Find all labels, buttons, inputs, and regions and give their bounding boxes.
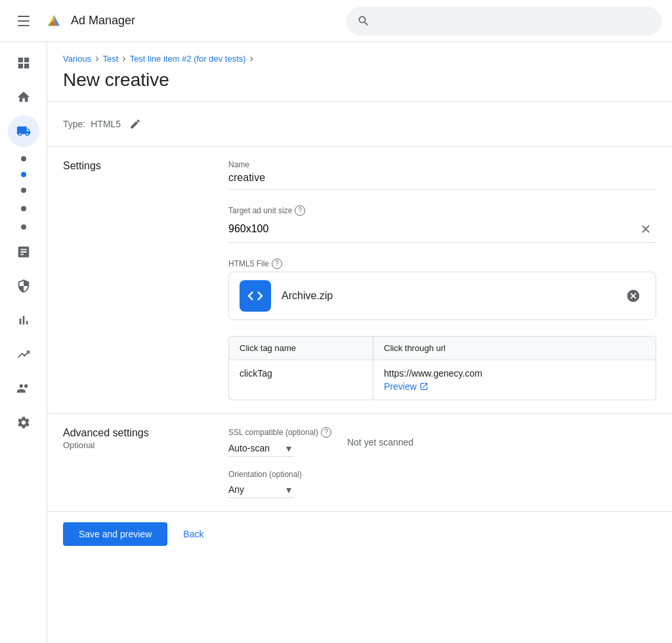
name-field: Name creative [228, 160, 656, 190]
target-ad-unit-size-label: Target ad unit size ? [228, 205, 656, 216]
footer-bar: Save and preview Back [47, 511, 672, 556]
sidebar-icon-home[interactable] [8, 81, 39, 113]
remove-file-button[interactable] [621, 284, 645, 308]
preview-link[interactable]: Preview [384, 381, 482, 392]
settings-layout: Settings Name creative Target ad unit si… [63, 160, 656, 400]
click-through-url-value: https://www.genecy.com [384, 368, 482, 379]
adv-label-col: Advanced settings Optional [63, 427, 207, 498]
sidebar-dot-4 [21, 224, 26, 230]
ssl-help-icon[interactable]: ? [321, 427, 331, 438]
breadcrumb-test[interactable]: Test [102, 54, 118, 64]
orientation-label: Orientation (optional) [228, 470, 656, 479]
sidebar-dot-active [21, 172, 26, 177]
adv-settings-layout: Advanced settings Optional SSL compatibl… [63, 427, 656, 498]
ssl-label: SSL compatible (optional) ? [228, 427, 331, 438]
main-area: Various › Test › Test line item #2 (for … [0, 42, 672, 643]
name-value: creative [228, 172, 656, 190]
ssl-select-wrapper: Auto-scan Yes No ▾ [228, 440, 294, 457]
top-bar: Ad Manager [0, 0, 672, 42]
back-button[interactable]: Back [178, 522, 209, 546]
settings-section: Settings Name creative Target ad unit si… [47, 146, 672, 413]
page-title: New creative [47, 67, 672, 101]
clear-ad-unit-size-button[interactable] [635, 218, 656, 239]
menu-button[interactable] [10, 8, 37, 34]
orientation-field: Orientation (optional) Any Landscape Por… [228, 470, 656, 498]
preview-label: Preview [384, 381, 417, 392]
remove-file-icon [626, 289, 640, 303]
app-name: Ad Manager [71, 14, 135, 28]
target-ad-unit-size-input-row [228, 218, 656, 243]
click-tag-row: clickTag https://www.genecy.com Preview [229, 360, 656, 400]
breadcrumb-sep-2: › [122, 52, 125, 64]
ssl-status: Not yet scanned [347, 437, 413, 447]
edit-icon [129, 118, 141, 130]
html5-file-field: HTML5 File ? Archive.zip [228, 259, 656, 320]
target-ad-unit-size-input[interactable] [228, 223, 635, 235]
settings-form: Name creative Target ad unit size ? [228, 160, 656, 400]
breadcrumb-sep-1: › [95, 52, 98, 64]
file-upload-box[interactable]: Archive.zip [228, 272, 656, 320]
click-through-url-cell: https://www.genecy.com Preview [373, 360, 493, 400]
sidebar-icon-delivery[interactable] [8, 115, 39, 147]
sidebar-icon-trending[interactable] [8, 339, 39, 370]
breadcrumb-sep-3: › [250, 52, 253, 64]
target-ad-unit-size-help-icon[interactable]: ? [295, 205, 305, 216]
sidebar [0, 42, 47, 643]
search-icon [357, 14, 370, 28]
adv-form: SSL compatible (optional) ? Auto-scan Ye… [228, 427, 656, 498]
sidebar-dot-1 [21, 156, 26, 161]
ssl-field: SSL compatible (optional) ? Auto-scan Ye… [228, 427, 331, 457]
save-and-preview-button[interactable]: Save and preview [63, 522, 167, 546]
search-bar[interactable] [346, 7, 662, 35]
name-label: Name [228, 160, 656, 169]
sidebar-icon-shield[interactable] [8, 270, 39, 302]
type-value: HTML5 [91, 119, 121, 129]
file-type-icon [240, 280, 271, 312]
sidebar-dot-3 [21, 206, 26, 211]
ssl-field-row: SSL compatible (optional) ? Auto-scan Ye… [228, 427, 656, 457]
breadcrumb-various[interactable]: Various [63, 54, 91, 64]
breadcrumb-line-item[interactable]: Test line item #2 (for dev tests) [130, 54, 246, 64]
settings-title: Settings [63, 160, 207, 172]
advanced-settings-section: Advanced settings Optional SSL compatibl… [47, 413, 672, 511]
type-row: Type: HTML5 [63, 115, 656, 133]
logo-icon [42, 9, 66, 33]
sidebar-icon-grid[interactable] [8, 47, 39, 79]
close-icon [639, 222, 652, 236]
orientation-select[interactable]: Any Landscape Portrait [228, 482, 294, 498]
sidebar-dot-2 [21, 188, 26, 193]
ssl-select[interactable]: Auto-scan Yes No [228, 440, 294, 457]
content-area: Various › Test › Test line item #2 (for … [47, 42, 672, 643]
click-through-url-header: Click through url [373, 337, 456, 360]
sidebar-icon-users[interactable] [8, 373, 39, 404]
file-name: Archive.zip [282, 290, 611, 302]
click-tag-table: Click tag name Click through url clickTa… [228, 336, 656, 400]
adv-settings-subtitle: Optional [63, 440, 207, 450]
orientation-select-wrapper: Any Landscape Portrait ▾ [228, 482, 294, 498]
sidebar-icon-analytics[interactable] [8, 304, 39, 336]
settings-label-col: Settings [63, 160, 207, 400]
app-shell: Ad Manager [0, 0, 672, 643]
adv-settings-title: Advanced settings [63, 427, 207, 439]
target-ad-unit-size-field: Target ad unit size ? [228, 205, 656, 243]
html5-file-label: HTML5 File ? [228, 259, 656, 269]
hamburger-icon [18, 16, 30, 26]
type-section: Type: HTML5 [47, 101, 672, 146]
external-link-icon [419, 382, 429, 391]
logo-area: Ad Manager [42, 9, 135, 33]
sidebar-icon-settings[interactable] [8, 407, 39, 438]
edit-type-button[interactable] [126, 115, 144, 133]
click-tag-name-cell: clickTag [229, 360, 373, 400]
code-icon [246, 287, 264, 305]
html5-file-help-icon[interactable]: ? [272, 259, 282, 269]
sidebar-icon-reports[interactable] [8, 236, 39, 268]
type-label: Type: [63, 119, 85, 129]
search-input[interactable] [378, 15, 651, 27]
breadcrumb: Various › Test › Test line item #2 (for … [47, 42, 672, 67]
click-tag-name-header: Click tag name [229, 337, 373, 360]
click-tag-header: Click tag name Click through url [229, 337, 656, 360]
